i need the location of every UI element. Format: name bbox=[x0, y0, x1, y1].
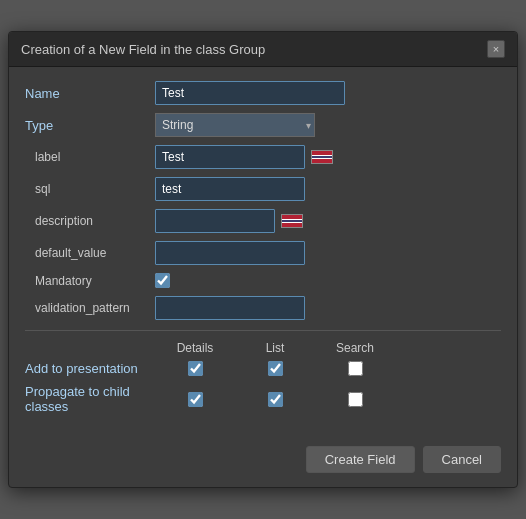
col-header-list: List bbox=[235, 341, 315, 355]
dialog-header: Creation of a New Field in the class Gro… bbox=[9, 32, 517, 67]
description-label: description bbox=[25, 214, 155, 228]
type-select[interactable]: String Integer Boolean Float Date bbox=[155, 113, 315, 137]
default-value-input[interactable] bbox=[155, 241, 305, 265]
presentation-details-cell bbox=[155, 361, 235, 376]
propagate-row: Propagate to child classes bbox=[25, 384, 501, 414]
presentation-list-cell bbox=[235, 361, 315, 376]
type-row: Type String Integer Boolean Float Date ▾ bbox=[25, 113, 501, 137]
sql-row: sql bbox=[25, 177, 501, 201]
propagate-details-cell bbox=[155, 392, 235, 407]
propagate-search-checkbox[interactable] bbox=[348, 392, 363, 407]
flag-icon bbox=[311, 150, 333, 164]
close-button[interactable]: × bbox=[487, 40, 505, 58]
col-header-details: Details bbox=[155, 341, 235, 355]
presentation-details-checkbox[interactable] bbox=[188, 361, 203, 376]
name-label: Name bbox=[25, 86, 155, 101]
sql-label: sql bbox=[25, 182, 155, 196]
label-row: label bbox=[25, 145, 501, 169]
presentation-row: Add to presentation bbox=[25, 361, 501, 376]
description-input[interactable] bbox=[155, 209, 275, 233]
mandatory-label: Mandatory bbox=[25, 274, 155, 288]
create-field-button[interactable]: Create Field bbox=[306, 446, 415, 473]
type-select-wrapper: String Integer Boolean Float Date ▾ bbox=[155, 113, 315, 137]
validation-label: validation_pattern bbox=[25, 301, 155, 315]
presentation-list-checkbox[interactable] bbox=[268, 361, 283, 376]
dialog: Creation of a New Field in the class Gro… bbox=[8, 31, 518, 488]
propagate-search-cell bbox=[315, 392, 395, 407]
cancel-button[interactable]: Cancel bbox=[423, 446, 501, 473]
mandatory-checkbox[interactable] bbox=[155, 273, 170, 288]
presentation-search-checkbox[interactable] bbox=[348, 361, 363, 376]
name-input[interactable] bbox=[155, 81, 345, 105]
default-value-label: default_value bbox=[25, 246, 155, 260]
dialog-title: Creation of a New Field in the class Gro… bbox=[21, 42, 265, 57]
description-flag-icon bbox=[281, 214, 303, 228]
presentation-label: Add to presentation bbox=[25, 361, 155, 376]
label-field-label: label bbox=[25, 150, 155, 164]
default-value-row: default_value bbox=[25, 241, 501, 265]
validation-input[interactable] bbox=[155, 296, 305, 320]
col-header-search: Search bbox=[315, 341, 395, 355]
table-header-row: Details List Search bbox=[25, 341, 501, 355]
type-label: Type bbox=[25, 118, 155, 133]
mandatory-row: Mandatory bbox=[25, 273, 501, 288]
sub-fields-block: label sql description default_value bbox=[25, 145, 501, 320]
description-row: description bbox=[25, 209, 501, 233]
validation-row: validation_pattern bbox=[25, 296, 501, 320]
propagate-label: Propagate to child classes bbox=[25, 384, 155, 414]
name-row: Name bbox=[25, 81, 501, 105]
dialog-footer: Create Field Cancel bbox=[9, 436, 517, 487]
presentation-search-cell bbox=[315, 361, 395, 376]
dialog-body: Name Type String Integer Boolean Float D… bbox=[9, 67, 517, 436]
label-input[interactable] bbox=[155, 145, 305, 169]
propagate-list-checkbox[interactable] bbox=[268, 392, 283, 407]
divider bbox=[25, 330, 501, 331]
sql-input[interactable] bbox=[155, 177, 305, 201]
propagate-list-cell bbox=[235, 392, 315, 407]
propagate-details-checkbox[interactable] bbox=[188, 392, 203, 407]
